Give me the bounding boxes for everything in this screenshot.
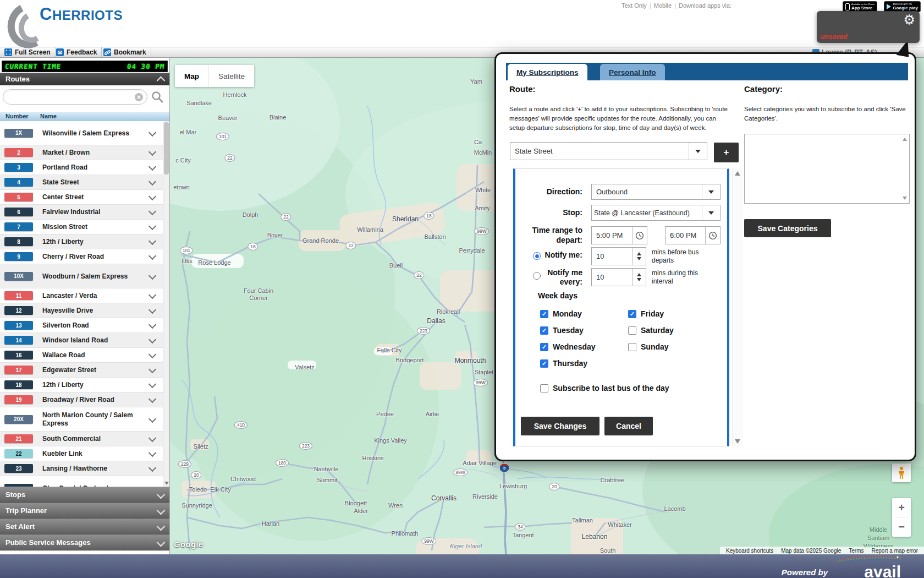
tab-my-subscriptions[interactable]: My Subscriptions [508, 64, 587, 80]
stop-select-arrow-icon[interactable] [702, 205, 720, 220]
search-icon[interactable] [151, 90, 165, 105]
chevron-down-icon[interactable] [148, 306, 156, 314]
mobile-link[interactable]: Mobile [654, 2, 672, 9]
chevron-down-icon[interactable] [148, 178, 156, 186]
add-route-button[interactable]: + [714, 143, 739, 162]
keyboard-shortcuts-link[interactable]: Keyboard shortcuts [722, 548, 777, 554]
time-to-input[interactable]: 6:00 PM [666, 227, 705, 244]
chevron-down-icon[interactable] [148, 193, 156, 200]
scrollbar-down-icon[interactable] [164, 482, 169, 485]
notify-stepper[interactable] [632, 248, 646, 265]
notify-every-stepper[interactable] [632, 269, 646, 286]
weekday-option[interactable]: ✓Wednesday [540, 339, 628, 355]
chevron-down-icon[interactable] [148, 395, 156, 403]
clock-icon[interactable] [632, 227, 647, 244]
chevron-down-icon[interactable] [148, 415, 156, 422]
app-store-badge[interactable]: Available on the iPhoneApp Store [843, 1, 877, 12]
google-play-badge[interactable]: ANDROID APP ONGoogle play [884, 1, 921, 12]
weekday-option[interactable]: Saturday [628, 322, 716, 339]
route-row[interactable]: 1812th / Liberty [0, 378, 163, 392]
route-row[interactable]: 7Mission Street [0, 220, 163, 235]
route-row[interactable]: 17Edgewater Street [0, 363, 163, 378]
weekday-option[interactable]: ✓Thursday [540, 355, 628, 372]
text-only-link[interactable]: Text Only [622, 2, 647, 9]
chevron-down-icon[interactable] [148, 208, 156, 215]
full-screen-button[interactable]: Full Screen [0, 47, 56, 57]
save-changes-button[interactable]: Save Changes [521, 417, 600, 435]
weekday-option[interactable]: ✓Monday [540, 306, 628, 322]
clear-search-icon[interactable]: ✕ [135, 93, 143, 101]
tab-personal-info[interactable]: Personal Info [600, 64, 665, 80]
weekday-checkbox[interactable]: ✓ [540, 310, 548, 318]
chevron-down-icon[interactable] [148, 464, 156, 472]
route-row[interactable]: 22Kuebler Link [0, 446, 163, 461]
category-listbox[interactable] [744, 134, 910, 204]
bookmark-button[interactable]: Bookmark [99, 47, 151, 57]
route-row[interactable]: 11Lancaster / Verda [0, 288, 163, 303]
weekday-checkbox[interactable]: ✓ [540, 359, 548, 368]
route-row[interactable]: 5Center Street [0, 190, 163, 205]
direction-select[interactable]: Outbound [591, 184, 721, 200]
scroll-down-icon[interactable] [735, 439, 740, 444]
weekday-checkbox[interactable]: ✓ [628, 310, 636, 318]
chevron-down-icon[interactable] [148, 291, 156, 299]
chevron-down-icon[interactable] [148, 321, 156, 329]
map-button[interactable]: Map [175, 65, 208, 87]
sidebar-item-set-alert[interactable]: Set Alert [0, 519, 169, 535]
notify-every-minutes-input[interactable]: 10 [592, 269, 632, 286]
route-search-input[interactable] [3, 89, 147, 105]
pegman-button[interactable] [892, 464, 911, 482]
weekday-checkbox[interactable]: ✓ [540, 326, 548, 335]
chevron-down-icon[interactable] [148, 148, 156, 156]
weekday-option[interactable]: Sunday [628, 339, 716, 355]
chevron-down-icon[interactable] [148, 271, 156, 279]
weekday-checkbox[interactable]: ✓ [540, 343, 548, 351]
chevron-down-icon[interactable] [148, 222, 156, 230]
chevron-down-icon[interactable] [148, 351, 156, 358]
route-list-scrollbar[interactable] [163, 121, 169, 487]
route-row[interactable]: 21South Commercial [0, 432, 163, 446]
listbox-down-icon[interactable] [903, 197, 907, 200]
chevron-down-icon[interactable] [148, 449, 156, 457]
route-row[interactable]: 20XNorth Marion County / Salem Express [0, 407, 163, 432]
feedback-button[interactable]: ✉ Feedback [52, 47, 102, 57]
route-select[interactable]: State Street [510, 142, 707, 160]
listbox-up-icon[interactable] [903, 138, 907, 141]
chevron-down-icon[interactable] [148, 237, 156, 245]
route-row[interactable]: 3Portland Road [0, 160, 163, 175]
route-row[interactable]: Glen Creek / Orchard [0, 476, 163, 487]
sidebar-item-trip-planner[interactable]: Trip Planner [0, 503, 169, 519]
weekday-option[interactable]: ✓Friday [628, 306, 716, 322]
direction-select-arrow-icon[interactable] [702, 184, 720, 199]
sidebar-item-public-service-messages[interactable]: Public Service Messages [0, 535, 169, 550]
chevron-down-icon[interactable] [148, 366, 156, 373]
chevron-down-icon[interactable] [148, 380, 156, 388]
routes-panel-header[interactable]: Routes [0, 73, 169, 85]
last-bus-option[interactable]: Subscribe to last bus of the day [540, 384, 669, 392]
clock-icon[interactable] [705, 227, 720, 244]
chevron-down-icon[interactable] [148, 163, 156, 171]
zoom-out-button[interactable]: − [892, 517, 911, 536]
route-row[interactable]: 23Lansing / Hawthorne [0, 461, 163, 476]
route-row[interactable]: 16Wallace Road [0, 348, 163, 363]
route-row[interactable]: 1XWilsonville / Salem Express [0, 121, 163, 145]
route-row[interactable]: 19Broadway / River Road [0, 392, 163, 407]
chevron-down-icon[interactable] [148, 336, 156, 343]
route-select-arrow-icon[interactable] [689, 143, 707, 160]
stop-select[interactable]: State @ Lancaster (Eastbound) [591, 205, 721, 221]
route-row[interactable]: 2Market / Brown [0, 145, 163, 160]
route-row[interactable]: 12Hayesville Drive [0, 303, 163, 318]
route-row[interactable]: 6Fairview Industrial [0, 205, 163, 220]
last-bus-checkbox[interactable] [540, 384, 548, 392]
notify-minutes-input[interactable]: 10 [592, 248, 632, 265]
weekday-option[interactable]: ✓Tuesday [540, 322, 628, 339]
scroll-up-icon[interactable] [735, 171, 740, 176]
chevron-down-icon[interactable] [148, 128, 156, 136]
route-row[interactable]: 9Cherry / River Road [0, 249, 163, 264]
zoom-in-button[interactable]: + [892, 498, 911, 517]
route-row[interactable]: 10XWoodburn / Salem Express [0, 264, 163, 288]
route-row[interactable]: 14Windsor Island Road [0, 333, 163, 348]
route-row[interactable]: 13Silverton Road [0, 318, 163, 333]
panel-scrollbar[interactable] [732, 168, 743, 446]
scrollbar-thumb[interactable] [164, 122, 169, 175]
